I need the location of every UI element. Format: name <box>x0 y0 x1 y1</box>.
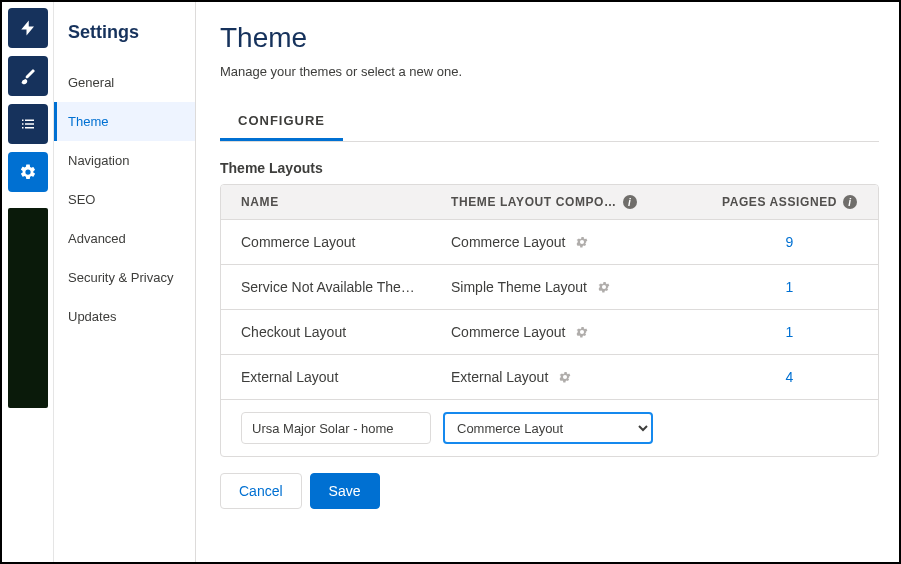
layout-name: Checkout Layout <box>241 324 451 340</box>
app-preview-thumbnail <box>8 208 48 408</box>
col-name-header: NAME <box>241 195 451 209</box>
save-button[interactable]: Save <box>310 473 380 509</box>
pages-link[interactable]: 1 <box>786 279 794 295</box>
new-layout-name-input[interactable] <box>241 412 431 444</box>
table-row: External Layout External Layout 4 <box>221 355 878 400</box>
info-icon[interactable]: i <box>843 195 857 209</box>
pages-link[interactable]: 4 <box>786 369 794 385</box>
gear-icon[interactable] <box>597 280 611 294</box>
theme-layouts-table: NAME THEME LAYOUT COMPO… i PAGES ASSIGNE… <box>220 184 879 457</box>
col-pages-header: PAGES ASSIGNED i <box>721 195 858 209</box>
sidebar-item-general[interactable]: General <box>54 63 195 102</box>
layout-component: Simple Theme Layout <box>451 279 721 295</box>
info-icon[interactable]: i <box>623 195 637 209</box>
gear-icon[interactable] <box>575 235 589 249</box>
sidebar-item-theme[interactable]: Theme <box>54 102 195 141</box>
table-header: NAME THEME LAYOUT COMPO… i PAGES ASSIGNE… <box>221 185 878 220</box>
new-layout-row: Commerce Layout <box>221 400 878 456</box>
layout-component-text: External Layout <box>451 369 548 385</box>
sidebar-item-updates[interactable]: Updates <box>54 297 195 336</box>
sidebar-item-advanced[interactable]: Advanced <box>54 219 195 258</box>
action-buttons: Cancel Save <box>220 473 879 509</box>
page-title: Theme <box>220 22 879 54</box>
lightning-icon[interactable] <box>8 8 48 48</box>
main-content: Theme Manage your themes or select a new… <box>196 2 899 562</box>
layout-component-text: Simple Theme Layout <box>451 279 587 295</box>
layout-component: Commerce Layout <box>451 324 721 340</box>
col-component-label: THEME LAYOUT COMPO… <box>451 195 617 209</box>
layout-component: Commerce Layout <box>451 234 721 250</box>
sidebar-title: Settings <box>54 16 195 63</box>
layout-component-text: Commerce Layout <box>451 234 565 250</box>
sidebar-item-navigation[interactable]: Navigation <box>54 141 195 180</box>
gear-icon[interactable] <box>575 325 589 339</box>
table-row: Service Not Available The… Simple Theme … <box>221 265 878 310</box>
pages-link[interactable]: 9 <box>786 234 794 250</box>
gear-icon[interactable] <box>8 152 48 192</box>
table-row: Checkout Layout Commerce Layout 1 <box>221 310 878 355</box>
cancel-button[interactable]: Cancel <box>220 473 302 509</box>
paintbrush-icon[interactable] <box>8 56 48 96</box>
sidebar-item-security-privacy[interactable]: Security & Privacy <box>54 258 195 297</box>
layout-name: External Layout <box>241 369 451 385</box>
layout-name: Service Not Available The… <box>241 279 451 295</box>
table-row: Commerce Layout Commerce Layout 9 <box>221 220 878 265</box>
layout-name: Commerce Layout <box>241 234 451 250</box>
section-heading: Theme Layouts <box>220 160 879 176</box>
icon-sidebar <box>2 2 54 562</box>
tabs: CONFIGURE <box>220 105 879 142</box>
layout-component-text: Commerce Layout <box>451 324 565 340</box>
list-icon[interactable] <box>8 104 48 144</box>
pages-link[interactable]: 1 <box>786 324 794 340</box>
gear-icon[interactable] <box>558 370 572 384</box>
page-subtitle: Manage your themes or select a new one. <box>220 64 879 79</box>
layout-component: External Layout <box>451 369 721 385</box>
col-pages-label: PAGES ASSIGNED <box>722 195 837 209</box>
sidebar-item-seo[interactable]: SEO <box>54 180 195 219</box>
new-layout-component-select[interactable]: Commerce Layout <box>443 412 653 444</box>
tab-configure[interactable]: CONFIGURE <box>220 105 343 141</box>
settings-sidebar: Settings General Theme Navigation SEO Ad… <box>54 2 196 562</box>
col-component-header: THEME LAYOUT COMPO… i <box>451 195 721 209</box>
